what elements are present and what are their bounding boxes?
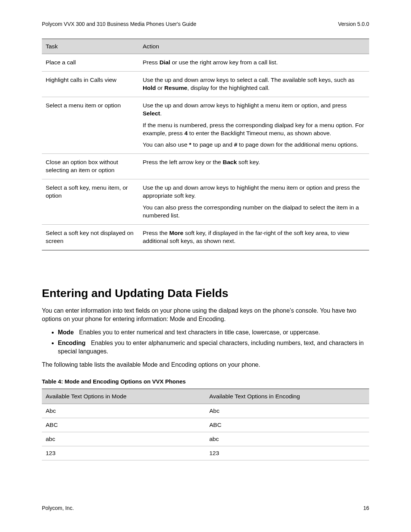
table-row: AbcAbc xyxy=(42,404,369,418)
mode-cell: 123 xyxy=(42,446,206,460)
table-row: Select a soft key, menu item, or optionU… xyxy=(42,179,369,225)
options-table: Available Text Options in Mode Available… xyxy=(42,388,369,460)
action-header: Action xyxy=(139,39,369,54)
action-cell: Use the up and down arrow keys to highli… xyxy=(139,179,369,225)
action-cell: Press the More soft key, if displayed in… xyxy=(139,224,369,250)
table-row: Close an option box without selecting an… xyxy=(42,154,369,179)
table-row: Select a soft key not displayed on scree… xyxy=(42,224,369,250)
task-cell: Highlight calls in Calls view xyxy=(42,71,139,97)
task-cell: Place a call xyxy=(42,54,139,72)
encoding-cell: abc xyxy=(206,432,369,446)
table-caption: Table 4: Mode and Encoding Options on VV… xyxy=(42,378,369,385)
task-action-table: Task Action Place a callPress Dial or us… xyxy=(42,38,369,251)
footer-company: Polycom, Inc. xyxy=(42,505,74,511)
encoding-cell: Abc xyxy=(206,404,369,418)
mode-cell: abc xyxy=(42,432,206,446)
doc-title: Polycom VVX 300 and 310 Business Media P… xyxy=(42,21,196,27)
task-cell: Close an option box without selecting an… xyxy=(42,154,139,179)
encoding-cell: ABC xyxy=(206,418,369,432)
task-header: Task xyxy=(42,39,139,54)
table-row: abcabc xyxy=(42,432,369,446)
table-row: 123123 xyxy=(42,446,369,460)
table-row: Select a menu item or optionUse the up a… xyxy=(42,97,369,154)
list-item: EncodingEnables you to enter alphanumeri… xyxy=(58,339,369,356)
action-cell: Press the left arrow key or the Back sof… xyxy=(139,154,369,179)
doc-version: Version 5.0.0 xyxy=(338,21,369,27)
intro-paragraph: You can enter information into text fiel… xyxy=(42,307,369,324)
page-footer: Polycom, Inc. 16 xyxy=(42,505,369,511)
list-item: ModeEnables you to enter numerical and t… xyxy=(58,328,369,337)
encoding-header: Available Text Options in Encoding xyxy=(206,389,369,404)
table-row: Place a callPress Dial or use the right … xyxy=(42,54,369,72)
running-header: Polycom VVX 300 and 310 Business Media P… xyxy=(42,21,369,27)
mode-cell: Abc xyxy=(42,404,206,418)
task-cell: Select a soft key, menu item, or option xyxy=(42,179,139,225)
mode-header: Available Text Options in Mode xyxy=(42,389,206,404)
outro-paragraph: The following table lists the available … xyxy=(42,361,369,369)
action-cell: Use the up and down arrow keys to select… xyxy=(139,71,369,97)
action-cell: Use the up and down arrow keys to highli… xyxy=(139,97,369,154)
section-heading: Entering and Updating Data Fields xyxy=(42,287,369,300)
task-cell: Select a soft key not displayed on scree… xyxy=(42,224,139,250)
footer-page-number: 16 xyxy=(363,505,369,511)
bullet-list: ModeEnables you to enter numerical and t… xyxy=(42,328,369,356)
encoding-cell: 123 xyxy=(206,446,369,460)
table-row: ABCABC xyxy=(42,418,369,432)
page: Polycom VVX 300 and 310 Business Media P… xyxy=(0,0,411,508)
action-cell: Press Dial or use the right arrow key fr… xyxy=(139,54,369,72)
task-cell: Select a menu item or option xyxy=(42,97,139,154)
table-row: Highlight calls in Calls viewUse the up … xyxy=(42,71,369,97)
mode-cell: ABC xyxy=(42,418,206,432)
